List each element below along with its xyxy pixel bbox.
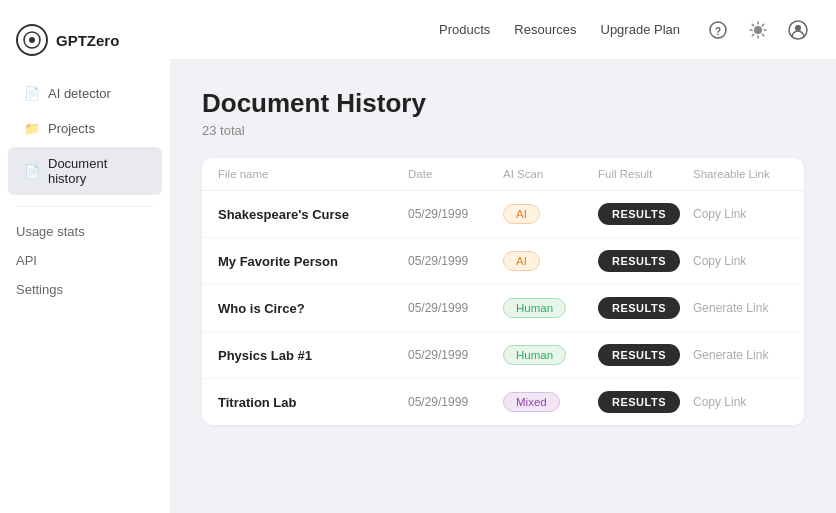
theme-toggle-icon[interactable] — [744, 16, 772, 44]
results-button[interactable]: RESULTS — [598, 344, 680, 366]
table-row: Shakespeare's Curse 05/29/1999 AI RESULT… — [202, 191, 804, 238]
generate-link[interactable]: Generate Link — [693, 348, 788, 362]
page-title: Document History — [202, 88, 804, 119]
col-date: Date — [408, 168, 503, 180]
sidebar: GPTZero 📄 AI detector 📁 Projects 📄 Docum… — [0, 0, 170, 513]
ai-scan-badge: AI — [503, 251, 540, 271]
sidebar-item-document-history[interactable]: 📄 Document history — [8, 147, 162, 195]
sidebar-item-ai-detector[interactable]: 📄 AI detector — [8, 77, 162, 110]
file-name: Shakespeare's Curse — [218, 207, 408, 222]
results-button[interactable]: RESULTS — [598, 297, 680, 319]
topnav: Products Resources Upgrade Plan ? — [170, 0, 836, 60]
results-button[interactable]: RESULTS — [598, 250, 680, 272]
file-name: My Favorite Person — [218, 254, 408, 269]
date-cell: 05/29/1999 — [408, 207, 503, 221]
document-table: File name Date AI Scan Full Result Share… — [202, 158, 804, 425]
table-row: My Favorite Person 05/29/1999 AI RESULTS… — [202, 238, 804, 285]
svg-text:?: ? — [715, 25, 721, 36]
sidebar-item-projects[interactable]: 📁 Projects — [8, 112, 162, 145]
sidebar-item-usage-stats[interactable]: Usage stats — [0, 217, 170, 246]
sidebar-item-api[interactable]: API — [0, 246, 170, 275]
ai-scan-badge: Human — [503, 345, 566, 365]
col-ai-scan: AI Scan — [503, 168, 598, 180]
file-name: Who is Circe? — [218, 301, 408, 316]
col-shareable-link: Shareable Link — [693, 168, 788, 180]
copy-link[interactable]: Copy Link — [693, 254, 788, 268]
nav-link-upgrade-plan[interactable]: Upgrade Plan — [601, 22, 681, 37]
date-cell: 05/29/1999 — [408, 348, 503, 362]
topnav-icons: ? — [704, 16, 812, 44]
svg-line-11 — [762, 24, 763, 25]
sidebar-item-label: AI detector — [48, 86, 111, 101]
main-area: Products Resources Upgrade Plan ? — [170, 0, 836, 513]
file-icon: 📄 — [24, 86, 40, 101]
account-icon[interactable] — [784, 16, 812, 44]
page-subtitle: 23 total — [202, 123, 804, 138]
sidebar-item-label: Document history — [48, 156, 146, 186]
logo-area: GPTZero — [0, 16, 170, 76]
table-row: Who is Circe? 05/29/1999 Human RESULTS G… — [202, 285, 804, 332]
content-area: Document History 23 total File name Date… — [170, 60, 836, 513]
history-icon: 📄 — [24, 164, 40, 179]
date-cell: 05/29/1999 — [408, 301, 503, 315]
generate-link[interactable]: Generate Link — [693, 301, 788, 315]
logo-text: GPTZero — [56, 32, 119, 49]
ai-scan-badge: Mixed — [503, 392, 560, 412]
table-row: Physics Lab #1 05/29/1999 Human RESULTS … — [202, 332, 804, 379]
svg-point-14 — [795, 25, 801, 31]
svg-line-10 — [762, 34, 763, 35]
sidebar-divider — [16, 206, 154, 207]
col-full-result: Full Result — [598, 168, 693, 180]
svg-line-12 — [752, 34, 753, 35]
help-icon[interactable]: ? — [704, 16, 732, 44]
table-row: Titration Lab 05/29/1999 Mixed RESULTS C… — [202, 379, 804, 425]
folder-icon: 📁 — [24, 121, 40, 136]
nav-link-products[interactable]: Products — [439, 22, 490, 37]
nav-link-resources[interactable]: Resources — [514, 22, 576, 37]
file-name: Physics Lab #1 — [218, 348, 408, 363]
svg-point-4 — [754, 26, 762, 34]
sidebar-item-settings[interactable]: Settings — [0, 275, 170, 304]
sidebar-item-label: Projects — [48, 121, 95, 136]
results-button[interactable]: RESULTS — [598, 203, 680, 225]
date-cell: 05/29/1999 — [408, 395, 503, 409]
results-button[interactable]: RESULTS — [598, 391, 680, 413]
table-header: File name Date AI Scan Full Result Share… — [202, 158, 804, 191]
date-cell: 05/29/1999 — [408, 254, 503, 268]
logo-icon — [16, 24, 48, 56]
copy-link[interactable]: Copy Link — [693, 207, 788, 221]
svg-line-9 — [752, 24, 753, 25]
file-name: Titration Lab — [218, 395, 408, 410]
ai-scan-badge: AI — [503, 204, 540, 224]
col-filename: File name — [218, 168, 408, 180]
svg-point-1 — [29, 37, 35, 43]
copy-link[interactable]: Copy Link — [693, 395, 788, 409]
ai-scan-badge: Human — [503, 298, 566, 318]
